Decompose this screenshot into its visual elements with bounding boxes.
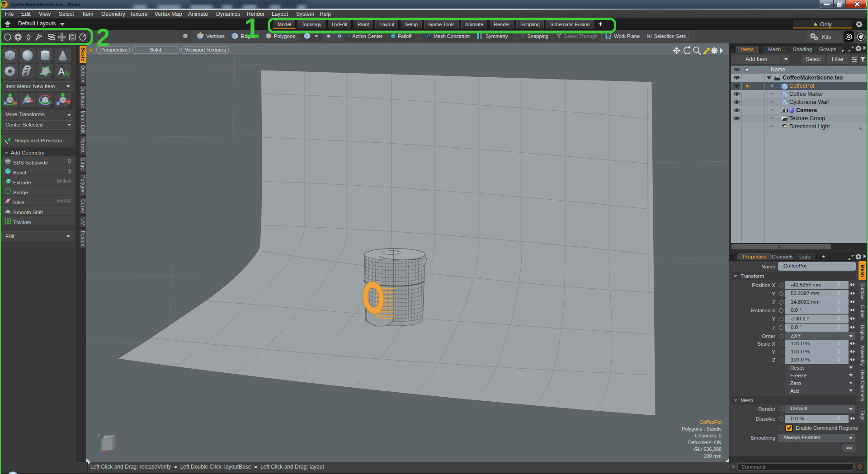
svg-text:Viewport Textures: Viewport Textures <box>185 47 226 52</box>
svg-text:Solid: Solid <box>150 47 161 52</box>
svg-text:Polygons : Subdiv: Polygons : Subdiv <box>682 426 722 432</box>
svg-text:GL: 636,298: GL: 636,298 <box>694 446 722 452</box>
svg-text:Deformers: ON: Deformers: ON <box>688 440 722 445</box>
svg-text:100 mm: 100 mm <box>703 453 722 459</box>
svg-text:Channels: 0: Channels: 0 <box>695 433 722 438</box>
svg-text:CoffeePot: CoffeePot <box>699 419 722 425</box>
svg-text:y: y <box>98 432 100 437</box>
svg-text:&: & <box>64 70 70 78</box>
